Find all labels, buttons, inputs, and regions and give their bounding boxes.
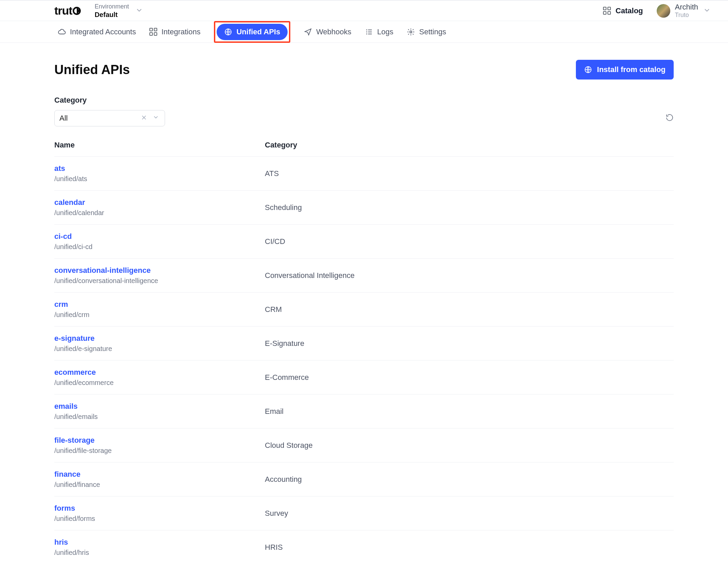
- refresh-button[interactable]: [666, 113, 674, 123]
- install-from-catalog-button[interactable]: Install from catalog: [576, 60, 674, 80]
- environment-value: Default: [95, 11, 129, 19]
- api-category: ATS: [265, 169, 674, 178]
- chevron-down-icon: [135, 6, 143, 16]
- page-title: Unified APIs: [54, 63, 130, 77]
- environment-selector[interactable]: Environment Default: [95, 3, 143, 19]
- api-path: /unified/e-signature: [54, 345, 265, 353]
- chevron-down-icon: [703, 6, 711, 16]
- api-name-link[interactable]: crm: [54, 300, 265, 309]
- api-path: /unified/emails: [54, 413, 265, 421]
- table-row: ats /unified/ats ATS: [54, 157, 674, 191]
- clear-icon[interactable]: [139, 114, 149, 123]
- globe-icon: [584, 66, 592, 74]
- category-select[interactable]: All: [54, 110, 165, 126]
- table-row: file-storage /unified/file-storage Cloud…: [54, 428, 674, 462]
- api-category: Email: [265, 407, 674, 416]
- category-filter-label: Category: [54, 96, 674, 105]
- nav-integrations[interactable]: Integrations: [149, 28, 200, 36]
- nav-settings[interactable]: Settings: [407, 28, 446, 36]
- install-button-label: Install from catalog: [597, 65, 666, 74]
- api-name-link[interactable]: ci-cd: [54, 232, 265, 241]
- api-category: E-Commerce: [265, 373, 674, 382]
- api-name-link[interactable]: ecommerce: [54, 368, 265, 377]
- table-body: ats /unified/ats ATS calendar /unified/c…: [54, 157, 674, 562]
- nav-integrated-accounts[interactable]: Integrated Accounts: [58, 28, 136, 36]
- svg-point-6: [366, 32, 367, 32]
- svg-point-8: [410, 31, 412, 33]
- top-bar: trut Environment Default Catalog Archith: [0, 0, 728, 21]
- table-row: calendar /unified/calendar Scheduling: [54, 191, 674, 225]
- api-category: CRM: [265, 305, 674, 314]
- api-name-link[interactable]: conversational-intelligence: [54, 266, 265, 275]
- api-name-link[interactable]: e-signature: [54, 334, 265, 343]
- api-path: /unified/calendar: [54, 209, 265, 217]
- api-path: /unified/ci-cd: [54, 243, 265, 251]
- nav-label: Settings: [419, 28, 446, 36]
- table-row: e-signature /unified/e-signature E-Signa…: [54, 327, 674, 361]
- api-name-link[interactable]: file-storage: [54, 436, 265, 445]
- api-name-link[interactable]: calendar: [54, 198, 265, 207]
- brand-logo[interactable]: trut: [54, 4, 81, 17]
- nav-webhooks[interactable]: Webhooks: [304, 28, 351, 36]
- api-category: Conversational Intelligence: [265, 271, 674, 280]
- nav-label: Unified APIs: [236, 28, 280, 36]
- avatar: [657, 4, 670, 18]
- chevron-down-icon[interactable]: [149, 114, 160, 123]
- api-name-link[interactable]: finance: [54, 470, 265, 479]
- api-category: Accounting: [265, 475, 674, 484]
- table-row: ci-cd /unified/ci-cd CI/CD: [54, 225, 674, 259]
- grid-icon: [149, 28, 157, 36]
- api-category: Cloud Storage: [265, 441, 674, 450]
- api-path: /unified/file-storage: [54, 447, 265, 455]
- api-category: Scheduling: [265, 203, 674, 212]
- user-name: Archith: [675, 3, 698, 12]
- api-category: HRIS: [265, 543, 674, 552]
- api-path: /unified/crm: [54, 311, 265, 319]
- api-category: E-Signature: [265, 339, 674, 348]
- api-name-link[interactable]: ats: [54, 164, 265, 173]
- user-menu[interactable]: Archith Truto: [657, 3, 711, 19]
- category-select-value: All: [59, 114, 139, 123]
- logo-glyph-icon: [72, 6, 81, 15]
- table-row: hris /unified/hris HRIS: [54, 530, 674, 562]
- svg-point-5: [366, 30, 367, 30]
- main-content: Unified APIs Install from catalog Catego…: [0, 43, 728, 562]
- nav-label: Webhooks: [316, 28, 351, 36]
- col-name-header: Name: [54, 141, 265, 150]
- refresh-icon: [666, 113, 674, 122]
- api-name-link[interactable]: hris: [54, 538, 265, 547]
- nav-unified-apis[interactable]: Unified APIs: [217, 24, 288, 40]
- table-row: crm /unified/crm CRM: [54, 293, 674, 327]
- send-icon: [304, 28, 312, 36]
- table-row: conversational-intelligence /unified/con…: [54, 259, 674, 293]
- nav-label: Integrations: [161, 28, 200, 36]
- svg-point-7: [366, 34, 367, 34]
- list-icon: [365, 28, 373, 36]
- table-row: finance /unified/finance Accounting: [54, 462, 674, 496]
- api-category: CI/CD: [265, 237, 674, 246]
- api-path: /unified/hris: [54, 549, 265, 557]
- globe-icon: [224, 28, 232, 36]
- nav-highlight-box: Unified APIs: [214, 21, 290, 43]
- api-category: Survey: [265, 509, 674, 518]
- api-path: /unified/ats: [54, 175, 265, 183]
- table-row: emails /unified/emails Email: [54, 394, 674, 428]
- gear-icon: [407, 28, 415, 36]
- col-category-header: Category: [265, 141, 674, 150]
- catalog-grid-icon: [603, 7, 611, 15]
- nav-label: Integrated Accounts: [70, 28, 136, 36]
- nav-label: Logs: [377, 28, 394, 36]
- table-header: Name Category: [54, 141, 674, 157]
- table-row: ecommerce /unified/ecommerce E-Commerce: [54, 361, 674, 394]
- api-path: /unified/forms: [54, 515, 265, 523]
- catalog-label: Catalog: [616, 6, 643, 15]
- catalog-link[interactable]: Catalog: [603, 6, 643, 15]
- api-name-link[interactable]: emails: [54, 402, 265, 411]
- api-path: /unified/finance: [54, 481, 265, 489]
- api-path: /unified/conversational-intelligence: [54, 277, 265, 285]
- cloud-icon: [58, 28, 66, 36]
- main-nav: Integrated Accounts Integrations Unified…: [0, 21, 728, 43]
- nav-logs[interactable]: Logs: [365, 28, 394, 36]
- table-row: forms /unified/forms Survey: [54, 496, 674, 530]
- api-name-link[interactable]: forms: [54, 504, 265, 513]
